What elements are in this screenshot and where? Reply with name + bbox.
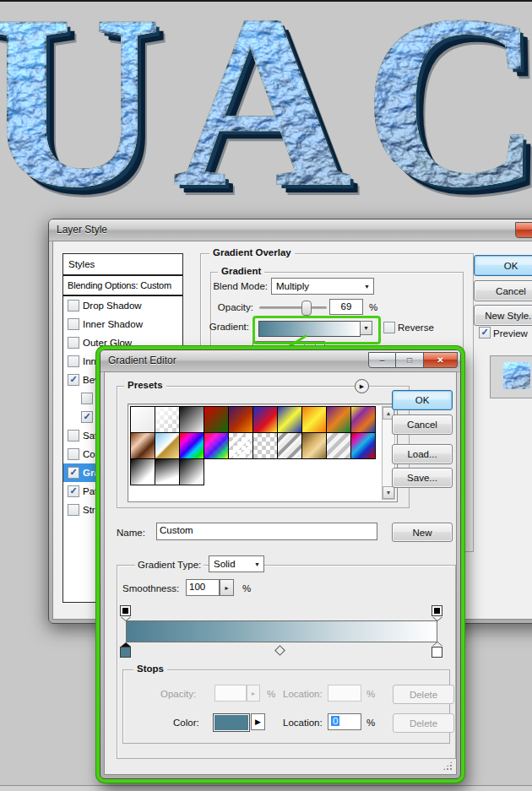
opacity-stop-fill [434, 608, 440, 614]
layer-style-title: Layer Style [57, 224, 107, 236]
gradient-preset-swatch[interactable] [179, 406, 204, 433]
gradient-preset-swatch[interactable] [350, 432, 376, 459]
opacity-label: Opacity: [155, 301, 253, 313]
smoothness-spin-icon[interactable]: ▸ [220, 579, 234, 596]
opacity-slider[interactable] [259, 306, 327, 309]
presets-menu-icon[interactable]: ▶ [355, 379, 369, 393]
canvas-top-edge [0, 0, 532, 2]
checkbox-checked[interactable]: ✓ [81, 411, 93, 423]
checkbox[interactable] [68, 318, 79, 330]
opacity-percent: % [369, 301, 377, 313]
gradient-preset-swatch[interactable] [130, 458, 155, 485]
gradient-preset-swatch[interactable] [204, 406, 229, 433]
stop-location-label: Location: [283, 717, 323, 729]
canvas-bottom-strip [0, 785, 532, 791]
gradient-preset-swatch[interactable] [277, 406, 302, 433]
opacity-stop-right[interactable] [432, 605, 443, 620]
preview-checkbox[interactable]: ✓ [479, 327, 491, 339]
stop-location-input-disabled[interactable] [328, 685, 361, 702]
color-stop-right[interactable] [432, 642, 443, 658]
blend-mode-select[interactable]: Multiply ▼ [271, 278, 374, 295]
blend-mode-value: Multiply [276, 281, 309, 291]
ok-button[interactable]: OK [474, 255, 532, 276]
style-item-label: Inner Shadow [83, 319, 143, 329]
checkbox[interactable] [68, 337, 79, 349]
gradient-preset-swatch[interactable] [252, 406, 278, 433]
gradient-preset-swatch[interactable] [350, 406, 376, 433]
presets-grid [128, 404, 397, 486]
cancel-button[interactable]: Cancel [392, 414, 453, 435]
gradient-preset-swatch[interactable] [155, 406, 180, 433]
name-input[interactable]: Custom [156, 523, 377, 540]
stop-opacity-input[interactable] [214, 685, 247, 702]
resize-grip[interactable] [442, 761, 453, 771]
new-button[interactable]: New [392, 523, 453, 542]
color-stop-left-selected[interactable] [120, 642, 132, 658]
svg-text:UAC: UAC [0, 0, 532, 211]
stop-location-label-disabled: Location: [283, 688, 323, 700]
maximize-icon[interactable]: □ [396, 352, 424, 368]
checkbox[interactable] [81, 393, 93, 404]
gradient-editor-dialog: Gradient Editor – □ ✕ Presets ▶ ▲ ▼ OK C… [100, 349, 461, 779]
gradient-preset-swatch[interactable] [204, 432, 229, 459]
reverse-label: Reverse [398, 322, 434, 333]
checkbox-checked[interactable]: ✓ [68, 374, 79, 386]
gradient-preset-swatch[interactable] [326, 432, 351, 459]
gradient-preset-swatch[interactable] [155, 458, 180, 485]
gradient-preset-swatch[interactable] [301, 406, 327, 433]
checkbox-checked[interactable]: ✓ [68, 485, 79, 497]
checkbox[interactable] [68, 430, 79, 442]
gradient-preset-swatch[interactable] [277, 432, 302, 459]
checkbox[interactable] [68, 504, 79, 516]
delete-opacity-stop-button[interactable]: Delete [393, 685, 454, 704]
stop-color-swatch[interactable] [213, 713, 250, 732]
reverse-checkbox[interactable] [383, 322, 395, 333]
gradient-overlay-group-title: Gradient Overlay [209, 247, 295, 257]
layer-style-titlebar[interactable]: Layer Style ✕ [49, 219, 532, 241]
opacity-slider-thumb[interactable] [301, 301, 312, 316]
gradient-preset-swatch[interactable] [301, 432, 327, 459]
gradient-preset-swatch[interactable] [228, 406, 253, 433]
uac-text-art: UAC UAC UAC UAC [0, 0, 532, 211]
cancel-button[interactable]: Cancel [474, 280, 532, 301]
stop-location-input[interactable]: 0 [328, 713, 361, 730]
stop-opacity-label: Opacity: [160, 688, 196, 700]
minimize-icon[interactable]: – [368, 352, 396, 368]
gradient-preset-swatch[interactable] [179, 432, 204, 459]
checkbox-checked[interactable]: ✓ [68, 467, 79, 479]
style-preview-thumbnail [503, 362, 530, 389]
close-icon[interactable]: ✕ [515, 222, 532, 238]
checkbox[interactable] [68, 448, 79, 460]
gradient-preset-swatch[interactable] [130, 432, 155, 459]
opacity-input[interactable]: 69 [329, 299, 363, 315]
ok-button[interactable]: OK [392, 390, 453, 410]
stop-color-menu-icon[interactable]: ▶ [251, 713, 265, 730]
chevron-down-icon: ▼ [254, 561, 260, 567]
gradient-preset-swatch[interactable] [130, 406, 155, 433]
gradient-preset-swatch[interactable] [228, 432, 253, 459]
gradient-preset-swatch[interactable] [326, 406, 351, 433]
gradient-dropdown-button[interactable]: ▼ [360, 321, 372, 335]
checkbox[interactable] [68, 300, 79, 312]
opacity-stop-left[interactable] [120, 605, 132, 620]
smoothness-input[interactable]: 100 [186, 579, 220, 596]
gradient-editor-titlebar[interactable]: Gradient Editor – □ ✕ [100, 350, 460, 372]
checkbox[interactable] [68, 355, 79, 367]
stop-opacity-spin-icon: ▸ [247, 685, 260, 702]
scroll-down-icon[interactable]: ▼ [383, 486, 394, 499]
styles-list-header[interactable]: Styles [63, 254, 182, 276]
gradient-preset-swatch[interactable] [252, 432, 278, 459]
gradient-type-select[interactable]: Solid ▼ [209, 555, 264, 572]
gradient-preset-swatch[interactable] [179, 458, 204, 485]
gradient-type-value: Solid [214, 559, 236, 569]
save-button[interactable]: Save... [392, 468, 453, 488]
gradient-preset-swatch[interactable] [155, 432, 180, 459]
load-button[interactable]: Load... [392, 444, 453, 464]
new-style-button[interactable]: New Style... [474, 305, 532, 326]
style-item-label: Outer Glow [83, 338, 132, 348]
close-icon[interactable]: ✕ [424, 352, 458, 368]
presets-listbox: ▲ ▼ [128, 404, 398, 502]
gradient-bar[interactable] [126, 620, 437, 642]
delete-color-stop-button[interactable]: Delete [393, 713, 454, 733]
stop-location-percent: % [366, 717, 375, 729]
